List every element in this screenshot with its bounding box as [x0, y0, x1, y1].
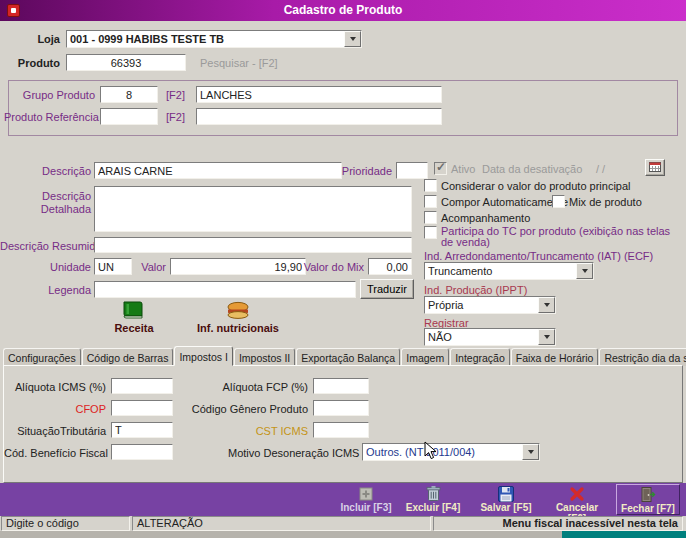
descricao-detalhada-label: Descrição Detalhada — [4, 190, 91, 216]
mix-label[interactable]: Mix de produto — [569, 196, 642, 208]
fechar-button[interactable]: Fechar [F7] — [616, 484, 680, 515]
excluir-button[interactable]: Excluir [F4] — [403, 484, 463, 515]
unidade-input[interactable] — [94, 258, 132, 275]
cst-icms-input[interactable] — [313, 422, 369, 438]
dropdown-arrow-icon[interactable] — [538, 297, 555, 313]
tab-integracao[interactable]: Integração — [450, 348, 510, 366]
descricao-resumida-label: Descrição Resumida — [0, 240, 91, 252]
genero-produto-input[interactable] — [313, 400, 369, 416]
beneficio-fiscal-input[interactable] — [111, 444, 173, 460]
legenda-input[interactable] — [94, 281, 356, 298]
unidade-label: Unidade — [4, 261, 91, 273]
descricao-resumida-input[interactable] — [94, 237, 412, 253]
tab-imagem[interactable]: Imagem — [401, 348, 449, 366]
dropdown-arrow-icon[interactable] — [538, 329, 555, 345]
receita-label: Receita — [98, 322, 170, 334]
participa-label[interactable]: Participa do TC por produto (exibição na… — [441, 226, 679, 248]
compor-checkbox[interactable] — [424, 195, 437, 208]
cst-icms-label: CST ICMS — [180, 425, 308, 437]
cfop-label: CFOP — [4, 403, 106, 415]
compor-label[interactable]: Compor Automaticamente — [441, 196, 568, 208]
acompanhamento-checkbox[interactable] — [424, 211, 437, 224]
descricao-input[interactable] — [94, 162, 342, 179]
tab-configuracoes[interactable]: Configurações — [3, 348, 81, 366]
incluir-label: Incluir [F3] — [336, 502, 396, 513]
data-desativacao-value: / / — [596, 163, 605, 175]
cancel-icon — [546, 484, 608, 502]
valor-mix-label: Valor do Mix — [298, 261, 364, 273]
mouse-cursor — [424, 441, 437, 462]
tab-restricao-dia-semana[interactable]: Restrição dia da semana — [599, 348, 686, 366]
situacao-tributaria-input[interactable] — [111, 422, 173, 438]
aliquota-fcp-label: Alíquota FCP (%) — [180, 381, 308, 393]
acompanhamento-label[interactable]: Acompanhamento — [441, 212, 530, 224]
produto-referencia-name-input[interactable] — [196, 108, 442, 125]
add-icon — [336, 484, 396, 502]
registrar-value: NÃO — [425, 329, 538, 345]
produto-input[interactable] — [66, 54, 186, 71]
valor-input[interactable] — [170, 258, 306, 275]
fechar-label: Fechar [F7] — [617, 503, 679, 514]
receita-icon[interactable] — [120, 299, 146, 323]
taskbar-strip — [0, 531, 562, 538]
tab-codigo-barras[interactable]: Código de Barras — [82, 348, 174, 366]
grupo-produto-label: Grupo Produto — [14, 89, 95, 101]
titlebar[interactable]: Cadastro de Produto — [0, 0, 686, 21]
considerar-checkbox[interactable] — [424, 179, 437, 192]
salvar-label: Salvar [F5] — [476, 502, 536, 513]
grupo-produto-name-input[interactable] — [196, 86, 442, 103]
ippt-select[interactable]: Própria — [424, 296, 556, 314]
aliquota-icms-input[interactable] — [111, 378, 173, 394]
motivo-desoneracao-value: Outros. (NT 2011/004) — [363, 444, 522, 460]
produto-hint: Pesquisar - [F2] — [200, 57, 278, 69]
grupo-produto-f2-label: [F2] — [166, 89, 185, 101]
calendar-button[interactable] — [645, 159, 665, 176]
status-right: Menu fiscal inacessível nesta tela — [433, 516, 683, 531]
iat-select[interactable]: Truncamento — [424, 262, 594, 280]
participa-checkbox[interactable] — [424, 226, 437, 239]
produto-referencia-f2-label: [F2] — [166, 111, 185, 123]
tab-faixa-horario[interactable]: Faixa de Horário — [511, 348, 599, 366]
iat-value: Truncamento — [425, 263, 576, 279]
dropdown-arrow-icon[interactable] — [522, 444, 539, 460]
salvar-button[interactable]: Salvar [F5] — [476, 484, 536, 515]
mix-checkbox[interactable] — [552, 195, 565, 208]
prioridade-input[interactable] — [396, 162, 428, 179]
data-desativacao-label: Data da desativação — [482, 163, 582, 175]
window-title: Cadastro de Produto — [0, 3, 686, 17]
cancelar-button[interactable]: Cancelar [F6] — [546, 484, 608, 515]
considerar-label[interactable]: Considerar o valor do produto principal — [441, 180, 631, 192]
tab-exportacao-balanca[interactable]: Exportação Balança — [296, 348, 400, 366]
iat-label: Ind. Arredondamento/Truncamento (IAT) (E… — [424, 250, 653, 262]
motivo-desoneracao-select[interactable]: Outros. (NT 2011/004) — [362, 443, 540, 461]
produto-referencia-code-input[interactable] — [100, 108, 158, 125]
grupo-produto-code-input[interactable] — [100, 86, 158, 103]
nutricionais-icon[interactable] — [226, 301, 250, 322]
situacao-tributaria-label: SituaçãoTributária — [4, 425, 106, 437]
save-icon — [476, 484, 536, 502]
trash-icon — [403, 484, 463, 502]
status-left: Digite o código — [1, 516, 130, 531]
legenda-label: Legenda — [4, 284, 91, 296]
cfop-input[interactable] — [111, 400, 173, 416]
loja-select[interactable]: 001 - 0999 HABIBS TESTE TB — [66, 30, 362, 48]
incluir-button[interactable]: Incluir [F3] — [336, 484, 396, 515]
descricao-detalhada-textarea[interactable] — [94, 186, 412, 232]
tab-impostos-1[interactable]: Impostos I — [174, 346, 232, 366]
ativo-label: Ativo — [451, 163, 475, 175]
loja-label: Loja — [8, 33, 60, 45]
motivo-desoneracao-label: Motivo Desoneração ICMS — [228, 447, 358, 459]
traduzir-button[interactable]: Traduzir — [360, 279, 414, 299]
loja-value: 001 - 0999 HABIBS TESTE TB — [67, 31, 344, 47]
exit-icon — [617, 485, 679, 503]
tab-impostos-2[interactable]: Impostos II — [234, 348, 295, 366]
calendar-icon — [649, 161, 661, 172]
dropdown-arrow-icon[interactable] — [576, 263, 593, 279]
dropdown-arrow-icon[interactable] — [344, 31, 361, 47]
produto-referencia-label: Produto Referência — [4, 111, 95, 123]
aliquota-fcp-input[interactable] — [313, 378, 369, 394]
valor-mix-input[interactable] — [368, 258, 412, 275]
ativo-checkbox[interactable] — [434, 162, 447, 175]
registrar-select[interactable]: NÃO — [424, 328, 556, 346]
beneficio-fiscal-label: Cód. Benefício Fiscal — [4, 447, 106, 459]
